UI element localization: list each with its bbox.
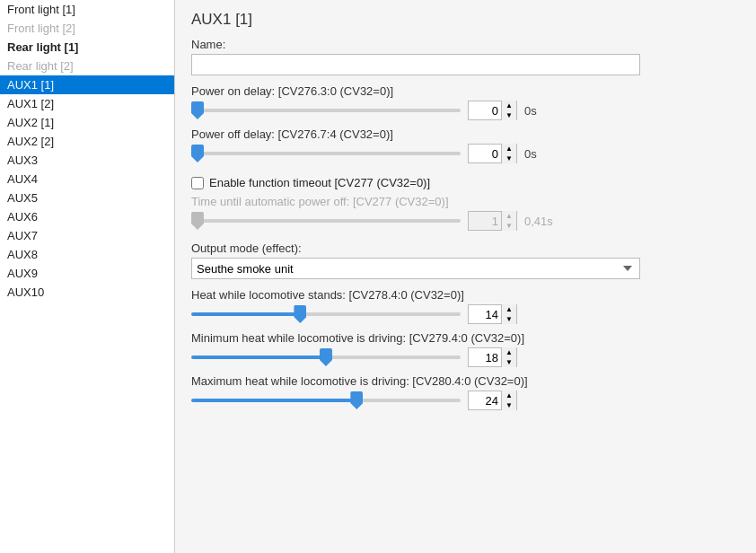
name-input[interactable] <box>191 54 640 75</box>
sidebar-item-aux4[interactable]: AUX4 <box>0 170 174 189</box>
power-on-spinner-buttons: ▲ ▼ <box>501 101 516 120</box>
heat-stands-row: ▲ ▼ <box>191 304 740 324</box>
power-on-down-button[interactable]: ▼ <box>502 110 516 120</box>
time-until-slider[interactable] <box>191 219 461 223</box>
heat-driving-max-down-button[interactable]: ▼ <box>502 400 516 410</box>
heat-driving-max-spinner: ▲ ▼ <box>468 391 517 410</box>
heat-driving-min-slider[interactable] <box>191 356 461 359</box>
heat-driving-max-up-button[interactable]: ▲ <box>502 391 516 400</box>
time-until-up-button[interactable]: ▲ <box>502 211 516 221</box>
heat-driving-min-spinner-input[interactable] <box>469 348 501 366</box>
power-off-unit: 0s <box>524 147 551 161</box>
power-off-spinner-buttons: ▲ ▼ <box>501 144 516 163</box>
sidebar-item-aux5[interactable]: AUX5 <box>0 189 174 207</box>
sidebar-item-aux2-1[interactable]: AUX2 [1] <box>0 113 174 132</box>
power-on-spinner-input[interactable] <box>469 101 501 119</box>
power-off-spinner: ▲ ▼ <box>468 144 517 163</box>
power-off-row: ▲ ▼ 0s <box>191 144 740 163</box>
power-off-slider[interactable] <box>191 152 461 155</box>
time-until-spinner: ▲ ▼ <box>468 211 517 231</box>
power-off-down-button[interactable]: ▼ <box>502 154 516 163</box>
power-on-up-button[interactable]: ▲ <box>502 101 516 110</box>
time-until-down-button[interactable]: ▼ <box>502 221 516 231</box>
heat-driving-min-spinner-buttons: ▲ ▼ <box>501 347 516 367</box>
sidebar-item-front-light-2[interactable]: Front light [2] <box>0 19 174 38</box>
power-on-spinner: ▲ ▼ <box>468 101 517 120</box>
time-until-row: ▲ ▼ 0,41s <box>191 211 740 231</box>
sidebar-item-aux7[interactable]: AUX7 <box>0 226 174 245</box>
sidebar-item-aux8[interactable]: AUX8 <box>0 245 174 264</box>
enable-timeout-checkbox[interactable] <box>191 177 204 189</box>
heat-stands-spinner: ▲ ▼ <box>468 304 517 324</box>
output-mode-label: Output mode (effect): <box>191 241 740 255</box>
output-mode-select[interactable]: Seuthe smoke unitStandardFade in/outStro… <box>191 258 640 279</box>
heat-driving-min-down-button[interactable]: ▼ <box>502 357 516 367</box>
sidebar-item-rear-light-1[interactable]: Rear light [1] <box>0 38 174 57</box>
name-label: Name: <box>191 38 740 51</box>
power-on-slider[interactable] <box>191 109 461 112</box>
sidebar-item-aux6[interactable]: AUX6 <box>0 207 174 226</box>
sidebar: Front light [1]Front light [2]Rear light… <box>0 0 175 553</box>
heat-driving-min-up-button[interactable]: ▲ <box>502 347 516 357</box>
time-until-unit: 0,41s <box>524 215 553 228</box>
heat-driving-max-slider[interactable] <box>191 399 461 402</box>
heat-stands-down-button[interactable]: ▼ <box>502 314 516 324</box>
power-off-label: Power off delay: [CV276.7:4 (CV32=0)] <box>191 127 740 141</box>
heat-driving-min-spinner: ▲ ▼ <box>468 347 517 367</box>
sidebar-item-aux10[interactable]: AUX10 <box>0 283 174 302</box>
detail-panel: AUX1 [1] Name: Power on delay: [CV276.3:… <box>175 0 756 553</box>
detail-title: AUX1 [1] <box>191 11 740 29</box>
heat-stands-slider[interactable] <box>191 312 461 316</box>
heat-stands-spinner-input[interactable] <box>469 305 501 323</box>
enable-timeout-label: Enable function timeout [CV277 (CV32=0)] <box>209 176 430 189</box>
time-until-spinner-buttons: ▲ ▼ <box>501 211 516 231</box>
sidebar-item-aux3[interactable]: AUX3 <box>0 151 174 170</box>
sidebar-item-aux2-2[interactable]: AUX2 [2] <box>0 132 174 151</box>
power-off-up-button[interactable]: ▲ <box>502 144 516 154</box>
heat-stands-spinner-buttons: ▲ ▼ <box>501 304 516 324</box>
heat-stands-up-button[interactable]: ▲ <box>502 304 516 314</box>
heat-driving-min-row: ▲ ▼ <box>191 347 740 367</box>
heat-driving-max-spinner-buttons: ▲ ▼ <box>501 391 516 410</box>
heat-driving-max-spinner-input[interactable] <box>469 391 501 409</box>
time-until-spinner-input[interactable] <box>469 212 501 230</box>
output-mode-container: Seuthe smoke unitStandardFade in/outStro… <box>191 258 640 279</box>
heat-driving-max-row: ▲ ▼ <box>191 391 740 410</box>
sidebar-item-aux1-2[interactable]: AUX1 [2] <box>0 94 174 113</box>
power-on-row: ▲ ▼ 0s <box>191 101 740 120</box>
heat-driving-max-label: Maximum heat while locomotive is driving… <box>191 374 740 388</box>
heat-stands-label: Heat while locomotive stands: [CV278.4:0… <box>191 288 740 302</box>
sidebar-item-aux9[interactable]: AUX9 <box>0 264 174 283</box>
power-on-label: Power on delay: [CV276.3:0 (CV32=0)] <box>191 84 740 98</box>
power-off-spinner-input[interactable] <box>469 145 501 162</box>
time-until-label: Time until automatic power off: [CV277 (… <box>191 195 740 208</box>
sidebar-item-front-light-1[interactable]: Front light [1] <box>0 0 174 19</box>
heat-driving-min-label: Minimum heat while locomotive is driving… <box>191 331 740 345</box>
sidebar-item-aux1-1[interactable]: AUX1 [1] <box>0 75 174 94</box>
power-on-unit: 0s <box>524 104 551 118</box>
sidebar-item-rear-light-2[interactable]: Rear light [2] <box>0 57 174 75</box>
enable-timeout-row: Enable function timeout [CV277 (CV32=0)] <box>191 176 740 189</box>
